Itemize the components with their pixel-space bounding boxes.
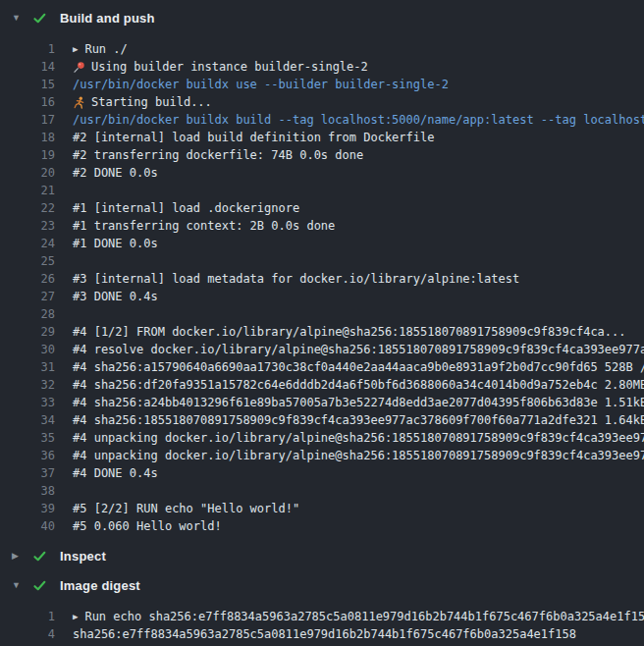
log-line: 27#3 DONE 0.4s xyxy=(0,288,644,305)
line-number[interactable]: 18 xyxy=(0,129,55,146)
log-text: #4 unpacking docker.io/library/alpine@sh… xyxy=(55,447,644,464)
log-line: 19#2 transferring dockerfile: 74B 0.0s d… xyxy=(0,146,644,164)
line-number[interactable]: 23 xyxy=(0,217,55,235)
chevron-down-icon[interactable]: ▼ xyxy=(12,14,31,23)
line-number[interactable]: 17 xyxy=(0,111,55,129)
line-number[interactable]: 1 xyxy=(0,40,55,58)
log-text-content: #4 resolve docker.io/library/alpine@sha2… xyxy=(73,341,644,358)
log-line: 26#3 [internal] load metadata for docker… xyxy=(0,270,644,288)
line-number[interactable]: 27 xyxy=(0,288,55,305)
log-text-content: Run echo sha256:e7ff8834a5963a2785c5a081… xyxy=(84,608,644,625)
log-text xyxy=(55,305,73,323)
section-image-digest: ▼Image digest1▶Run echo sha256:e7ff8834a… xyxy=(0,572,644,646)
log-text xyxy=(55,182,73,199)
log-line: 25 xyxy=(0,252,644,270)
section-header-build-and-push[interactable]: ▼Build and push xyxy=(0,5,644,30)
log-text-content: sha256:e7ff8834a5963a2785c5a0811e979d16b… xyxy=(73,625,576,643)
log-text: #4 sha256:df20fa9351a15782c64e6dddb2d4a6… xyxy=(55,376,644,394)
line-number[interactable]: 40 xyxy=(0,517,55,535)
line-number[interactable]: 4 xyxy=(0,625,55,643)
chevron-down-icon[interactable]: ▼ xyxy=(12,581,31,590)
log-line: 17/usr/bin/docker buildx build --tag loc… xyxy=(0,111,644,129)
log-text-content: #4 DONE 0.4s xyxy=(73,464,158,482)
line-number[interactable]: 26 xyxy=(0,270,55,288)
line-number[interactable]: 19 xyxy=(0,146,55,164)
line-number[interactable]: 28 xyxy=(0,305,55,323)
log-text: #4 [1/2] FROM docker.io/library/alpine@s… xyxy=(55,323,626,341)
log-text: #2 [internal] load build definition from… xyxy=(55,129,434,146)
log-line: 28 xyxy=(0,305,644,323)
section-header-inspect[interactable]: ▶Inspect xyxy=(0,543,644,568)
log-line: 31#4 sha256:a15790640a6690aa1730c38cf0a4… xyxy=(0,358,644,376)
line-number[interactable]: 34 xyxy=(0,411,55,429)
chevron-right-icon[interactable]: ▶ xyxy=(12,552,31,561)
log-text: #4 unpacking docker.io/library/alpine@sh… xyxy=(55,429,644,447)
log-line: 21 xyxy=(0,182,644,199)
line-number[interactable]: 25 xyxy=(0,252,55,270)
log-text: #4 sha256:a24bb4013296f61e89ba57005a7b3e… xyxy=(55,394,644,411)
log-text: #2 transferring dockerfile: 74B 0.0s don… xyxy=(55,146,363,164)
line-number[interactable]: 1 xyxy=(0,608,55,625)
line-number[interactable]: 15 xyxy=(0,76,55,93)
log-text: #4 DONE 0.4s xyxy=(55,464,158,482)
runner-icon xyxy=(73,96,85,109)
section-title: Image digest xyxy=(60,578,140,593)
pushpin-icon xyxy=(73,61,85,74)
log-line: 34#4 sha256:185518070891758909c9f839cf4c… xyxy=(0,411,644,429)
line-number[interactable]: 32 xyxy=(0,376,55,394)
log-text-content: #4 sha256:df20fa9351a15782c64e6dddb2d4a6… xyxy=(73,376,644,394)
log-text-content: #4 sha256:a15790640a6690aa1730c38cf0a440… xyxy=(73,358,644,376)
log-text: Using builder instance builder-single-2 xyxy=(55,58,368,76)
log-text-content: #3 [internal] load metadata for docker.i… xyxy=(73,270,519,288)
expand-group-icon[interactable]: ▶ xyxy=(73,612,78,620)
line-number[interactable]: 36 xyxy=(0,447,55,464)
log-text-content: #4 sha256:185518070891758909c9f839cf4ca3… xyxy=(73,411,644,429)
log-text xyxy=(55,482,73,500)
log-text: /usr/bin/docker buildx build --tag local… xyxy=(55,111,644,129)
line-number[interactable]: 31 xyxy=(0,358,55,376)
log-line: 37#4 DONE 0.4s xyxy=(0,464,644,482)
log-line: 4sha256:e7ff8834a5963a2785c5a0811e979d16… xyxy=(0,625,644,643)
section-title: Inspect xyxy=(60,549,106,564)
line-number[interactable]: 24 xyxy=(0,235,55,252)
log-line: 29#4 [1/2] FROM docker.io/library/alpine… xyxy=(0,323,644,341)
line-number[interactable]: 30 xyxy=(0,341,55,358)
line-number[interactable]: 37 xyxy=(0,464,55,482)
log-text xyxy=(55,252,73,270)
expand-group-icon[interactable]: ▶ xyxy=(73,44,78,53)
log-text: sha256:e7ff8834a5963a2785c5a0811e979d16b… xyxy=(55,625,576,643)
log-line: 33#4 sha256:a24bb4013296f61e89ba57005a7b… xyxy=(0,394,644,411)
log-text-content: #2 transferring dockerfile: 74B 0.0s don… xyxy=(73,146,363,164)
log-line: 36#4 unpacking docker.io/library/alpine@… xyxy=(0,447,644,464)
success-check-icon xyxy=(32,578,47,593)
line-number[interactable]: 20 xyxy=(0,164,55,182)
log-text: /usr/bin/docker buildx use --builder bui… xyxy=(55,76,449,93)
log-lines: 1▶Run echo sha256:e7ff8834a5963a2785c5a0… xyxy=(0,598,644,646)
log-line: 1▶Run echo sha256:e7ff8834a5963a2785c5a0… xyxy=(0,608,644,625)
line-number[interactable]: 39 xyxy=(0,500,55,517)
line-number[interactable]: 38 xyxy=(0,482,55,500)
log-line: 23#1 transferring context: 2B 0.0s done xyxy=(0,217,644,235)
section-build-and-push: ▼Build and push1▶Run ./14Using builder i… xyxy=(0,5,644,539)
line-number[interactable]: 16 xyxy=(0,93,55,111)
log-line: 32#4 sha256:df20fa9351a15782c64e6dddb2d4… xyxy=(0,376,644,394)
log-line: 14Using builder instance builder-single-… xyxy=(0,58,644,76)
line-number[interactable]: 29 xyxy=(0,323,55,341)
line-number[interactable]: 14 xyxy=(0,58,55,76)
log-text-content: /usr/bin/docker buildx use --builder bui… xyxy=(73,76,449,93)
log-text: ▶Run ./ xyxy=(55,40,128,58)
log-line: 1▶Run ./ xyxy=(0,40,644,58)
log-line: 20#2 DONE 0.0s xyxy=(0,164,644,182)
log-text: Starting build... xyxy=(55,93,212,111)
line-number[interactable]: 35 xyxy=(0,429,55,447)
log-line: 18#2 [internal] load build definition fr… xyxy=(0,129,644,146)
log-text: #4 resolve docker.io/library/alpine@sha2… xyxy=(55,341,644,358)
line-number[interactable]: 21 xyxy=(0,182,55,199)
log-text-content: #4 [1/2] FROM docker.io/library/alpine@s… xyxy=(73,323,626,341)
line-number[interactable]: 22 xyxy=(0,199,55,217)
section-header-image-digest[interactable]: ▼Image digest xyxy=(0,572,644,598)
log-text-content: /usr/bin/docker buildx build --tag local… xyxy=(73,111,644,129)
line-number[interactable]: 33 xyxy=(0,394,55,411)
log-line: 22#1 [internal] load .dockerignore xyxy=(0,199,644,217)
log-text: #3 DONE 0.4s xyxy=(55,288,158,305)
